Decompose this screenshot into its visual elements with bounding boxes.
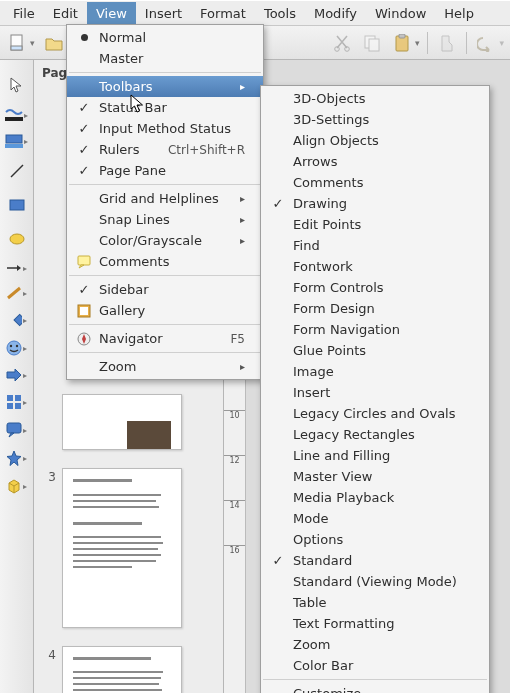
new-icon <box>6 32 28 54</box>
toolbars-item-media-playback[interactable]: Media Playback <box>261 487 489 508</box>
block-arrows-tool[interactable]: ▸ <box>6 368 27 382</box>
menu-file[interactable]: File <box>4 2 44 25</box>
toolbars-item-line-and-filling[interactable]: Line and Filling <box>261 445 489 466</box>
view-menu-item-color-grayscale[interactable]: Color/Grayscale▸ <box>67 230 263 251</box>
menu-insert[interactable]: Insert <box>136 2 191 25</box>
menu-modify[interactable]: Modify <box>305 2 366 25</box>
toolbars-item-customize-[interactable]: Customize... <box>261 683 489 693</box>
toolbars-item-insert[interactable]: Insert <box>261 382 489 403</box>
menu-tools[interactable]: Tools <box>255 2 305 25</box>
undo-button[interactable]: ▾ <box>475 32 504 54</box>
view-menu-item-gallery[interactable]: Gallery <box>67 300 263 321</box>
page-thumbnail[interactable] <box>34 390 223 464</box>
page-thumbnail[interactable]: 4 <box>34 642 223 693</box>
toolbars-item-image[interactable]: Image <box>261 361 489 382</box>
view-menu-item-zoom[interactable]: Zoom▸ <box>67 356 263 377</box>
toolbars-item-zoom[interactable]: Zoom <box>261 634 489 655</box>
connector-tool[interactable]: ▸ <box>6 262 27 274</box>
clone-formatting-icon[interactable] <box>436 32 458 54</box>
view-menu-item-rulers[interactable]: ✓RulersCtrl+Shift+R <box>67 139 263 160</box>
toolbars-item-form-design[interactable]: Form Design <box>261 298 489 319</box>
line-color-tool[interactable]: ▸ <box>5 108 28 122</box>
toolbars-item-3d-objects[interactable]: 3D-Objects <box>261 88 489 109</box>
fill-color-tool[interactable]: ▸ <box>5 134 28 148</box>
menu-help[interactable]: Help <box>435 2 483 25</box>
toolbars-item-form-controls[interactable]: Form Controls <box>261 277 489 298</box>
page-number <box>42 394 56 396</box>
toolbars-item-color-bar[interactable]: Color Bar <box>261 655 489 676</box>
toolbars-item-text-formatting[interactable]: Text Formatting <box>261 613 489 634</box>
callouts-tool[interactable]: ▸ <box>6 422 27 438</box>
view-menu-item-comments[interactable]: Comments <box>67 251 263 272</box>
svg-rect-24 <box>78 256 90 265</box>
svg-rect-15 <box>14 314 22 325</box>
toolbars-item-glue-points[interactable]: Glue Points <box>261 340 489 361</box>
toolbars-item-comments[interactable]: Comments <box>261 172 489 193</box>
symbol-shapes-tool[interactable]: ▸ <box>6 340 27 356</box>
svg-rect-22 <box>15 403 21 409</box>
svg-rect-10 <box>5 144 23 148</box>
menu-view[interactable]: View <box>87 2 136 25</box>
view-menu-item-normal[interactable]: Normal <box>67 27 263 48</box>
stars-tool[interactable]: ▸ <box>6 450 27 466</box>
view-menu-item-navigator[interactable]: NavigatorF5 <box>67 328 263 349</box>
view-menu-item-sidebar[interactable]: ✓Sidebar <box>67 279 263 300</box>
line-tool[interactable] <box>6 160 28 182</box>
toolbars-item-mode[interactable]: Mode <box>261 508 489 529</box>
toolbars-item-table[interactable]: Table <box>261 592 489 613</box>
toolbars-item-edit-points[interactable]: Edit Points <box>261 214 489 235</box>
toolbar-separator <box>427 32 428 54</box>
drawing-toolbar: ▸ ▸ ▸ ▸ ▸ ▸ ▸ ▸ ▸ ▸ ▸ <box>0 60 34 693</box>
svg-rect-9 <box>6 135 22 143</box>
paste-button[interactable]: ▾ <box>391 32 420 54</box>
menu-edit[interactable]: Edit <box>44 2 87 25</box>
view-menu-item-toolbars[interactable]: Toolbars▸ <box>67 76 263 97</box>
copy-icon[interactable] <box>361 32 383 54</box>
3d-objects-tool[interactable]: ▸ <box>6 478 27 494</box>
menu-window[interactable]: Window <box>366 2 435 25</box>
svg-rect-26 <box>80 307 88 315</box>
view-menu-item-grid-and-helplines[interactable]: Grid and Helplines▸ <box>67 188 263 209</box>
curve-tool[interactable]: ▸ <box>6 286 27 300</box>
toolbars-item-3d-settings[interactable]: 3D-Settings <box>261 109 489 130</box>
svg-point-17 <box>10 345 12 347</box>
svg-rect-5 <box>369 39 379 51</box>
open-icon[interactable] <box>43 32 65 54</box>
svg-rect-23 <box>7 423 21 433</box>
toolbars-item-form-navigation[interactable]: Form Navigation <box>261 319 489 340</box>
menu-format[interactable]: Format <box>191 2 255 25</box>
toolbars-item-fontwork[interactable]: Fontwork <box>261 256 489 277</box>
view-menu-item-snap-lines[interactable]: Snap Lines▸ <box>67 209 263 230</box>
toolbars-item-find[interactable]: Find <box>261 235 489 256</box>
flowchart-tool[interactable]: ▸ <box>6 394 27 410</box>
svg-rect-12 <box>10 200 24 210</box>
svg-rect-7 <box>399 34 405 38</box>
ellipse-tool[interactable] <box>6 228 28 250</box>
svg-point-13 <box>10 234 24 244</box>
toolbars-item-legacy-circles-and-ovals[interactable]: Legacy Circles and Ovals <box>261 403 489 424</box>
paste-icon <box>391 32 413 54</box>
toolbars-item-align-objects[interactable]: Align Objects <box>261 130 489 151</box>
svg-rect-1 <box>11 46 22 50</box>
rectangle-tool[interactable] <box>6 194 28 216</box>
toolbars-item-standard-viewing-mode-[interactable]: Standard (Viewing Mode) <box>261 571 489 592</box>
cut-icon[interactable] <box>331 32 353 54</box>
toolbars-item-master-view[interactable]: Master View <box>261 466 489 487</box>
page-thumbnail[interactable]: 3 <box>34 464 223 642</box>
page-number: 4 <box>42 646 56 662</box>
toolbars-item-arrows[interactable]: Arrows <box>261 151 489 172</box>
view-menu-item-status-bar[interactable]: ✓Status Bar <box>67 97 263 118</box>
svg-line-11 <box>11 165 23 177</box>
toolbars-item-standard[interactable]: ✓Standard <box>261 550 489 571</box>
svg-rect-8 <box>5 117 23 121</box>
new-button[interactable]: ▾ <box>6 32 35 54</box>
view-menu-item-master[interactable]: Master <box>67 48 263 69</box>
pointer-tool[interactable] <box>6 74 28 96</box>
view-menu-item-page-pane[interactable]: ✓Page Pane <box>67 160 263 181</box>
basic-shapes-tool[interactable]: ▸ <box>6 312 27 328</box>
toolbars-item-legacy-rectangles[interactable]: Legacy Rectangles <box>261 424 489 445</box>
toolbars-item-options[interactable]: Options <box>261 529 489 550</box>
toolbars-item-drawing[interactable]: ✓Drawing <box>261 193 489 214</box>
svg-rect-20 <box>15 395 21 401</box>
view-menu-item-input-method-status[interactable]: ✓Input Method Status <box>67 118 263 139</box>
